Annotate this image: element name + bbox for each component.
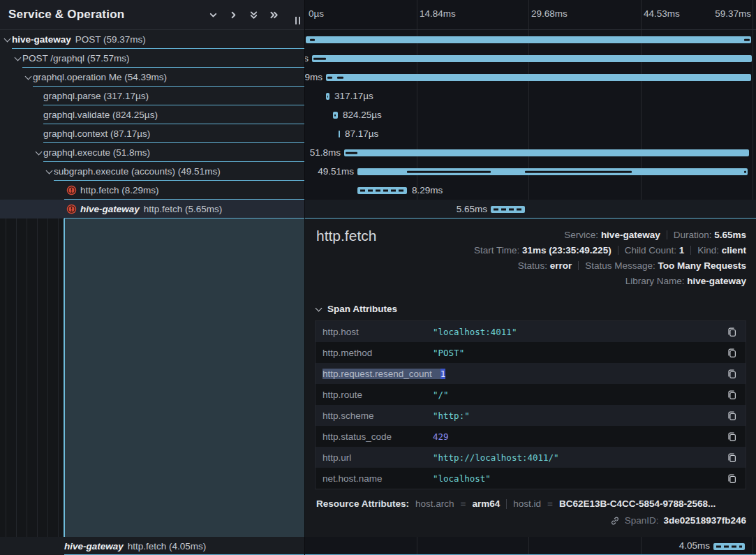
tree-indent-guide [37,219,38,537]
timeline-lane: 57.57ms [305,49,756,68]
span-tree-bottom: hive-gatewayhttp.fetch (4.05ms) [0,537,304,555]
span-bar[interactable] [344,149,749,156]
span-bar[interactable] [491,206,525,213]
bar-gap-segment [334,114,336,117]
bar-gap-segment [310,39,315,41]
bar-gap-segment [407,171,491,173]
span-name-duration: POST (59.37ms) [75,34,146,45]
double-chevron-down-icon[interactable] [248,9,259,20]
duration-label: 57.57ms [305,49,309,68]
attribute-value: "POST" [433,348,464,358]
span-tree-row[interactable]: graphql.context (87.17µs) [0,124,304,143]
tree-indent-guide [6,219,6,537]
trace-viewer: Service & Operation hive-gatewayPOST (59… [0,0,756,555]
resource-attributes-title: Resource Attributes: [316,498,409,509]
chevron-down-icon[interactable] [13,57,22,60]
span-bar[interactable] [357,187,407,194]
span-name-duration: graphql.parse (317.17µs) [43,91,149,101]
error-icon [66,204,77,214]
timeline-lane: 5.65ms [305,200,756,219]
service-name: hive-gateway [64,541,124,552]
attribute-key: http.host [323,327,433,337]
span-bar[interactable] [326,74,751,81]
span-name-duration: http.fetch (4.05ms) [128,541,207,552]
panel-title: Service & Operation [8,8,124,22]
duration-label: 317.17µs [334,87,373,105]
chevron-down-icon[interactable] [45,170,54,173]
meta-label: Service: [564,230,601,240]
error-icon [66,185,77,195]
attribute-key: http.status_code [323,431,433,442]
span-tree-row[interactable]: hive-gatewayhttp.fetch (4.05ms) [0,537,304,555]
chevron-down-icon [316,304,323,311]
span-bar[interactable] [326,93,329,100]
timeline-lane [305,30,756,49]
span-name-duration: graphql.execute (51.8ms) [43,147,150,158]
panel-resize-handle[interactable] [295,17,300,24]
expanded-span-region [0,219,304,537]
span-tree-row[interactable]: graphql.execute (51.8ms) [0,143,304,162]
timeline-lane: 317.17µs [305,87,756,105]
span-tree: hive-gatewayPOST (59.37ms)POST /graphql … [0,30,304,219]
timeline-lane: 8.29ms [305,181,756,200]
span-details-panel: http.fetch Service: hive-gatewayDuration… [305,219,756,537]
span-tree-row[interactable]: hive-gatewayhttp.fetch (5.65ms) [0,200,304,219]
span-tree-row[interactable]: hive-gatewayPOST (59.37ms) [0,30,304,49]
tree-indent-guide [16,219,17,537]
attribute-value: "localhost" [433,473,491,484]
axis-tick: 59.37ms [715,8,751,19]
bar-gap-segment [525,171,632,173]
axis-tick: 29.68ms [531,8,568,19]
bar-gap-segment [327,96,328,98]
duration-label: 87.17µs [345,124,378,143]
span-tree-row[interactable]: graphql.parse (317.17µs) [0,87,304,105]
tree-indent-guide [27,219,27,537]
chevron-down-icon[interactable] [207,9,218,20]
duration-label: 824.25µs [343,105,382,124]
chevron-right-icon[interactable] [228,9,239,20]
span-bar[interactable] [339,131,340,138]
span-tree-panel: Service & Operation hive-gatewayPOST (59… [0,0,305,555]
span-bar[interactable] [357,168,748,175]
span-name-duration: graphql.validate (824.25µs) [43,110,158,120]
bar-gap-segment [346,152,357,154]
bar-gap-segment [313,58,326,60]
timeline-lane: 49.51ms [305,162,756,181]
span-tree-row[interactable]: subgraph.execute (accounts) (49.51ms) [0,162,304,181]
resource-attributes-row[interactable]: Resource Attributes: host.arch=arm64host… [316,498,746,509]
span-bar[interactable] [306,36,751,43]
meta-label: Status: [518,260,550,271]
meta-label: Child Count: [625,245,679,256]
attribute-key: http.scheme [323,410,433,421]
attribute-value: 429 [433,431,449,442]
span-bar[interactable] [333,112,338,119]
span-tree-row[interactable]: graphql.operation Me (54.39ms) [0,68,304,87]
axis-tick: 44.53ms [644,8,680,19]
service-name: hive-gateway [80,204,140,214]
meta-value: hive-gateway [601,230,660,240]
bar-gap-segment [744,171,746,173]
timeline-lane: 824.25µs [305,105,756,124]
meta-label: Status Message: [585,260,658,271]
attribute-value: 1 [440,369,446,379]
duration-label: 5.65ms [457,200,487,219]
span-name-duration: graphql.operation Me (54.39ms) [33,72,167,82]
chevron-down-icon[interactable] [3,38,12,41]
span-name-duration: graphql.context (87.17µs) [43,128,150,139]
chevron-down-icon[interactable] [34,151,43,154]
meta-value: error [550,260,572,271]
bar-gap-segment [327,77,332,79]
double-chevron-right-icon[interactable] [268,9,279,20]
span-tree-row[interactable]: http.fetch (8.29ms) [0,181,304,200]
chevron-down-icon[interactable] [24,76,33,79]
bar-gap-segment [337,77,343,79]
attribute-key: http.method [323,348,433,358]
span-name-duration: POST /graphql (57.57ms) [22,53,130,64]
meta-value: 1 [679,245,685,256]
meta-separator [618,246,618,255]
span-tree-row[interactable]: POST /graphql (57.57ms) [0,49,304,68]
span-tree-row[interactable]: graphql.validate (824.25µs) [0,105,304,124]
equals-sign: = [461,498,466,509]
attribute-value: "http:" [433,410,470,421]
span-bar[interactable] [312,55,752,62]
